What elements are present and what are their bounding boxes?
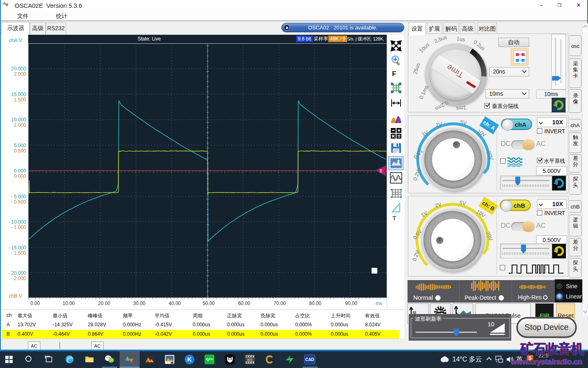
svg-text:B: B [380, 169, 383, 173]
